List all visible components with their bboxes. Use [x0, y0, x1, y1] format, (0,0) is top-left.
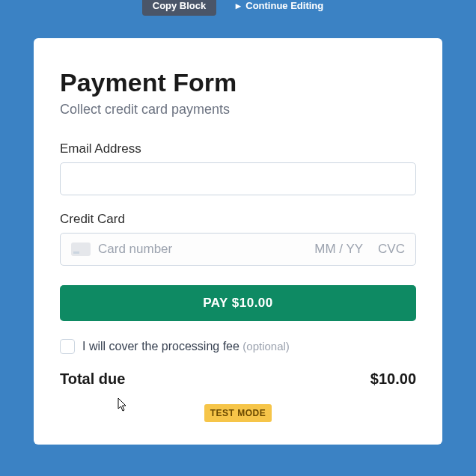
total-amount: $10.00 — [370, 370, 416, 388]
continue-editing-label: Continue Editing — [245, 0, 323, 11]
email-input[interactable] — [60, 162, 416, 195]
credit-card-input[interactable]: Card number MM / YY CVC — [60, 233, 416, 266]
total-label: Total due — [60, 370, 125, 388]
page-subtitle: Collect credit card payments — [60, 102, 416, 118]
cursor-icon — [118, 397, 129, 412]
credit-card-icon — [71, 242, 91, 256]
cover-fee-text: I will cover the processing fee — [82, 340, 242, 353]
pay-button[interactable]: PAY $10.00 — [60, 285, 416, 321]
play-icon: ▸ — [236, 0, 241, 11]
cover-fee-checkbox[interactable] — [60, 339, 75, 354]
page-title: Payment Form — [60, 68, 416, 97]
cover-fee-optional: (optional) — [242, 340, 290, 353]
cover-fee-label: I will cover the processing fee (optiona… — [82, 340, 290, 353]
email-label: Email Address — [60, 141, 416, 156]
credit-card-label: Credit Card — [60, 212, 416, 227]
card-expiry-placeholder: MM / YY — [314, 242, 363, 257]
copy-block-label: Copy Block — [153, 0, 207, 11]
card-cvc-placeholder: CVC — [378, 242, 405, 257]
test-mode-badge: TEST MODE — [204, 404, 272, 422]
continue-editing-button[interactable]: ▸ Continue Editing — [225, 0, 334, 16]
card-number-placeholder: Card number — [98, 242, 307, 257]
copy-block-button[interactable]: Copy Block — [142, 0, 217, 16]
payment-form-card: Payment Form Collect credit card payment… — [34, 38, 442, 445]
total-row: Total due $10.00 — [60, 370, 416, 388]
